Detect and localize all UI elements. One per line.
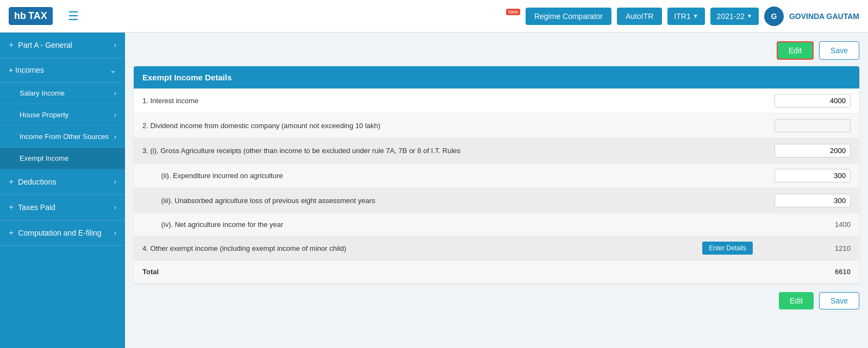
save-button-bottom[interactable]: Save [819, 292, 859, 309]
itr1-dropdown-button[interactable]: ITR1 ▼ [667, 8, 704, 25]
row-interest-income: 1. Interest income [134, 88, 859, 113]
input-interest-income[interactable] [775, 94, 851, 107]
sidebar-label-computation: Computation and E-filing [18, 229, 101, 237]
label-expenditure-agriculture: (ii). Expenditure incurred on agricultur… [153, 172, 775, 180]
salary-arrow-icon: › [114, 89, 116, 97]
sidebar-item-exempt-income[interactable]: Exempt Income [0, 148, 125, 169]
deductions-plus-icon: + [9, 177, 14, 187]
user-avatar: G [764, 7, 784, 26]
action-bar-top: Edit Save [134, 41, 859, 60]
label-net-agriculture: (iv). Net agriculture income for the yea… [153, 220, 764, 229]
value-other-exempt: 1210 [764, 244, 851, 252]
sidebar-item-part-a-general[interactable]: + Part A - General › [0, 33, 125, 58]
row-expenditure-agriculture: (ii). Expenditure incurred on agricultur… [134, 163, 859, 188]
label-gross-agriculture: 3. (i). Gross Agriculture receipts (othe… [142, 147, 775, 155]
plus-icon: + [9, 40, 14, 50]
main-layout: + Part A - General › + Incomes ⌄ Salary … [0, 33, 868, 348]
label-unabsorbed-loss: (iii). Unabsorbed agriculture loss of pr… [153, 197, 775, 205]
row-gross-agriculture: 3. (i). Gross Agriculture receipts (othe… [134, 138, 859, 163]
sidebar-item-computation[interactable]: + Computation and E-filing › [0, 220, 125, 246]
sidebar-item-salary-income[interactable]: Salary Income › [0, 83, 125, 104]
year-dropdown-button[interactable]: 2021-22 ▼ [710, 8, 759, 25]
comp-arrow-icon: › [114, 229, 116, 237]
sidebar-label-other: Income From Other Sources [20, 132, 109, 141]
row-net-agriculture: (iv). Net agriculture income for the yea… [134, 213, 859, 236]
arrow-icon: › [114, 41, 116, 49]
value-total: 6610 [764, 268, 851, 276]
sidebar-label-exempt: Exempt Income [20, 154, 68, 162]
logo-tax: TAX [28, 10, 47, 22]
top-navbar: hb TAX ☰ New Regime Comparator AutoITR I… [0, 0, 868, 33]
row-total: Total 6610 [134, 261, 859, 283]
label-other-exempt: 4. Other exempt income (including exempt… [142, 244, 702, 252]
sidebar-item-taxes-paid[interactable]: + Taxes Paid › [0, 195, 125, 220]
other-arrow-icon: › [114, 132, 116, 141]
deductions-arrow-icon: › [114, 178, 116, 186]
exempt-income-card: Exempt Income Details 1. Interest income… [134, 66, 859, 283]
sidebar-label-incomes: Incomes [15, 66, 44, 74]
value-net-agriculture: 1400 [764, 220, 851, 229]
year-chevron-icon: ▼ [747, 13, 752, 19]
taxes-plus-icon: + [9, 203, 14, 212]
sidebar-item-incomes[interactable]: + Incomes ⌄ [0, 58, 125, 83]
save-button-top[interactable]: Save [819, 41, 859, 60]
itr1-chevron-icon: ▼ [693, 13, 698, 19]
other-exempt-controls: Enter Details 1210 [702, 242, 851, 255]
sidebar-label-salary: Salary Income [20, 89, 65, 97]
label-dividend-income: 2. Dividend income from domestic company… [142, 122, 775, 130]
hamburger-icon[interactable]: ☰ [68, 9, 79, 23]
new-badge: New [506, 9, 520, 15]
row-other-exempt: 4. Other exempt income (including exempt… [134, 236, 859, 261]
input-unabsorbed-loss[interactable] [775, 194, 851, 207]
input-dividend-income[interactable] [775, 119, 851, 132]
edit-button-bottom[interactable]: Edit [779, 292, 814, 309]
sidebar: + Part A - General › + Incomes ⌄ Salary … [0, 33, 125, 348]
row-dividend-income: 2. Dividend income from domestic company… [134, 113, 859, 138]
autoitr-button[interactable]: AutoITR [617, 8, 662, 25]
main-content: Edit Save Exempt Income Details 1. Inter… [125, 33, 868, 348]
house-arrow-icon: › [114, 111, 116, 119]
action-bar-bottom: Edit Save [134, 292, 859, 309]
logo: hb TAX [9, 7, 53, 25]
card-header: Exempt Income Details [134, 66, 859, 88]
comp-plus-icon: + [9, 228, 14, 238]
incomes-arrow-icon: ⌄ [110, 66, 116, 74]
sidebar-item-house-property[interactable]: House Property › [0, 104, 125, 126]
logo-hb: hb [14, 10, 26, 22]
taxes-arrow-icon: › [114, 204, 116, 211]
nav-right: New Regime Comparator AutoITR ITR1 ▼ 202… [506, 7, 859, 26]
input-expenditure-agriculture[interactable] [775, 169, 851, 182]
label-interest-income: 1. Interest income [142, 97, 775, 105]
regime-comparator-button[interactable]: Regime Comparator [526, 8, 611, 25]
row-unabsorbed-loss: (iii). Unabsorbed agriculture loss of pr… [134, 188, 859, 213]
sidebar-item-deductions[interactable]: + Deductions › [0, 169, 125, 195]
sidebar-label-taxes: Taxes Paid [18, 203, 55, 212]
input-gross-agriculture[interactable] [775, 144, 851, 157]
incomes-plus-icon: + [9, 66, 13, 74]
edit-button-top[interactable]: Edit [777, 41, 814, 60]
sidebar-item-income-other-sources[interactable]: Income From Other Sources › [0, 126, 125, 148]
sidebar-label-deductions: Deductions [18, 178, 56, 186]
sidebar-label-part-a: Part A - General [18, 41, 72, 49]
user-name: GOVINDA GAUTAM [789, 12, 859, 21]
label-total: Total [142, 268, 764, 276]
enter-details-button[interactable]: Enter Details [702, 242, 753, 255]
sidebar-label-house: House Property [20, 111, 68, 119]
